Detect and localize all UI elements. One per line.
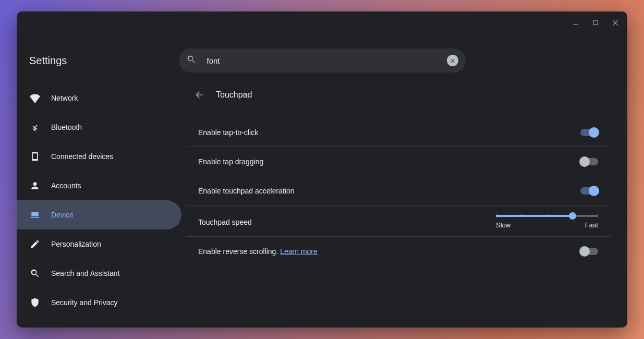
slider-label-slow: Slow [496, 221, 511, 229]
main-panel: Touchpad Enable tap-to-click Enable tap … [184, 80, 627, 328]
maximize-icon [592, 19, 599, 26]
sidebar-item-search_assist[interactable]: Search and Assistant [17, 259, 181, 288]
sidebar-item-label: Device [51, 211, 74, 219]
titlebar [17, 11, 627, 33]
search-icon [29, 268, 41, 279]
minimize-button[interactable] [571, 18, 580, 27]
back-button[interactable] [194, 90, 204, 100]
search-input[interactable] [207, 56, 436, 65]
toggle-tap-to-click[interactable] [580, 129, 598, 136]
slider-label-fast: Fast [585, 221, 598, 229]
sidebar-item-bluetooth[interactable]: Bluetooth [17, 113, 181, 142]
setting-reverse-scroll: Enable reverse scrolling. Learn more [186, 237, 611, 266]
close-button[interactable] [611, 18, 620, 27]
person-icon [29, 180, 41, 191]
sidebar-item-security[interactable]: Security and Privacy [17, 288, 181, 317]
setting-label: Touchpad speed [198, 218, 252, 226]
close-icon [611, 18, 619, 27]
page-header: Touchpad [186, 80, 611, 110]
setting-label: Enable tap-to-click [198, 128, 258, 137]
shield-icon [29, 297, 41, 308]
page-title: Touchpad [216, 90, 252, 100]
sidebar-item-device[interactable]: Device [17, 200, 181, 229]
setting-acceleration: Enable touchpad acceleration [186, 176, 611, 205]
setting-tap-to-click: Enable tap-to-click [186, 118, 611, 147]
speed-slider[interactable] [496, 215, 598, 217]
minimize-icon [572, 19, 579, 26]
sidebar-item-label: Accounts [51, 181, 81, 190]
speed-slider-block: Slow Fast [494, 215, 598, 229]
sidebar-item-label: Personalization [51, 240, 101, 248]
sidebar-item-label: Bluetooth [51, 123, 82, 131]
apps-icon [29, 326, 41, 328]
setting-label: Enable reverse scrolling. Learn more [198, 247, 318, 256]
maximize-button[interactable] [591, 18, 600, 27]
settings-list: Enable tap-to-click Enable tap dragging … [186, 118, 611, 266]
toggle-reverse-scroll[interactable] [580, 248, 598, 255]
phone-icon [29, 151, 41, 162]
toggle-acceleration[interactable] [580, 187, 598, 195]
sidebar-item-label: Security and Privacy [51, 298, 118, 307]
sidebar-item-apps[interactable]: Apps [17, 317, 181, 328]
bluetooth-icon [29, 122, 41, 132]
search-bar[interactable] [179, 49, 466, 72]
clear-search-button[interactable] [447, 55, 458, 66]
sidebar-item-connected[interactable]: Connected devices [17, 142, 181, 171]
wifi-icon [29, 93, 41, 103]
sidebar: NetworkBluetoothConnected devicesAccount… [17, 80, 184, 328]
speed-slider-thumb[interactable] [569, 212, 576, 220]
sidebar-item-label: Search and Assistant [51, 269, 120, 277]
sidebar-item-personalization[interactable]: Personalization [17, 229, 181, 259]
sidebar-item-label: Network [51, 94, 78, 102]
laptop-icon [29, 210, 41, 220]
sidebar-item-network[interactable]: Network [17, 83, 181, 113]
pencil-icon [29, 239, 41, 249]
setting-label: Enable touchpad acceleration [198, 187, 294, 195]
settings-window: Settings NetworkBluetoothConnected devic… [17, 11, 627, 328]
setting-label: Enable tap dragging [198, 158, 263, 166]
search-icon [186, 54, 197, 67]
setting-touchpad-speed: Touchpad speed Slow Fast [186, 205, 611, 237]
setting-tap-dragging: Enable tap dragging [186, 147, 611, 176]
learn-more-link[interactable]: Learn more [280, 247, 318, 256]
app-title: Settings [29, 55, 67, 67]
header: Settings [17, 41, 627, 80]
back-arrow-icon [194, 90, 204, 100]
close-icon [449, 57, 456, 64]
toggle-tap-dragging[interactable] [580, 158, 598, 165]
sidebar-item-accounts[interactable]: Accounts [17, 171, 181, 200]
sidebar-item-label: Connected devices [51, 152, 113, 161]
